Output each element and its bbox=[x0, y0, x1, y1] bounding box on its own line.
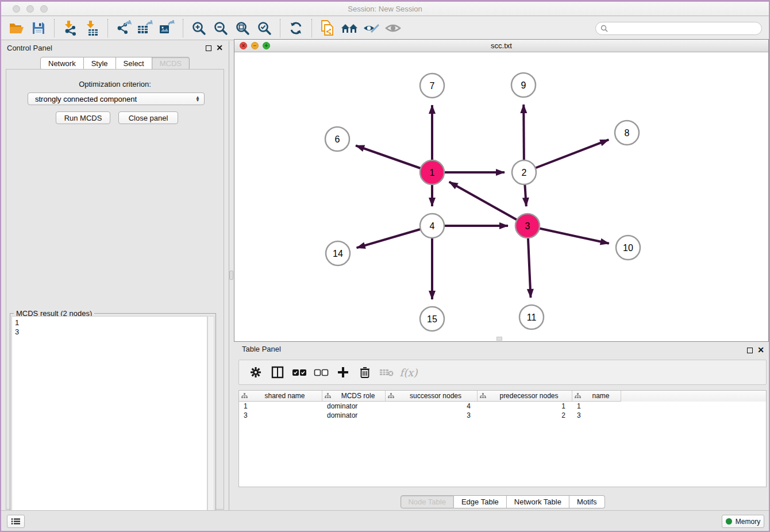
table-cell[interactable]: 4 bbox=[386, 402, 478, 411]
node-table: shared nameMCDS rolesuccessor nodesprede… bbox=[238, 390, 767, 487]
network-maximize-button[interactable]: + bbox=[263, 42, 270, 49]
attribute-type-icon bbox=[325, 393, 331, 399]
table-cell[interactable]: dominator bbox=[322, 411, 386, 420]
node-label-2: 2 bbox=[522, 168, 527, 178]
mcds-result-scrollbar[interactable] bbox=[207, 316, 214, 527]
first-neighbors-icon[interactable] bbox=[340, 19, 359, 37]
table-row[interactable]: 3dominator323 bbox=[239, 411, 766, 420]
panel-divider-grip[interactable] bbox=[229, 271, 233, 280]
add-row-icon[interactable] bbox=[334, 364, 352, 381]
close-panel-label: Close panel bbox=[129, 114, 168, 122]
canvas-scrollbar-handle[interactable] bbox=[496, 337, 502, 341]
titlebar: Session: New Session bbox=[1, 2, 769, 16]
search-input[interactable] bbox=[611, 24, 757, 32]
deselect-all-checkboxes-icon[interactable] bbox=[313, 364, 330, 381]
attribute-type-icon bbox=[241, 393, 248, 399]
table-panel-float-icon[interactable] bbox=[747, 348, 753, 353]
tab-select[interactable]: Select bbox=[116, 57, 152, 70]
column-header-name[interactable]: name bbox=[572, 391, 621, 402]
table-row[interactable]: 1dominator411 bbox=[239, 402, 766, 411]
clone-network-icon[interactable] bbox=[318, 19, 337, 37]
task-history-button[interactable] bbox=[7, 515, 25, 528]
network-minimize-button[interactable]: − bbox=[251, 42, 259, 49]
table-cell[interactable]: 3 bbox=[572, 411, 621, 420]
hide-selected-icon[interactable] bbox=[362, 19, 380, 37]
window-minimize-button[interactable] bbox=[26, 5, 34, 13]
export-network-icon[interactable] bbox=[114, 19, 133, 37]
table-cell[interactable]: 3 bbox=[239, 411, 322, 420]
refresh-layout-icon[interactable] bbox=[287, 19, 305, 37]
edge-2-8[interactable] bbox=[524, 140, 609, 172]
table-cell[interactable]: 2 bbox=[478, 411, 572, 420]
zoom-in-icon[interactable] bbox=[190, 19, 208, 37]
table-cell[interactable]: 1 bbox=[572, 402, 621, 411]
network-canvas[interactable]: 7968124314101511 bbox=[234, 52, 768, 341]
column-header-MCDS-role[interactable]: MCDS role bbox=[322, 391, 386, 402]
window-close-button[interactable] bbox=[13, 5, 20, 13]
select-all-checkboxes-icon[interactable] bbox=[291, 364, 308, 381]
toolbar-separator bbox=[107, 19, 108, 37]
delete-table-icon[interactable] bbox=[378, 364, 395, 381]
list-icon bbox=[11, 518, 21, 525]
attribute-type-icon bbox=[388, 393, 394, 399]
table-cell[interactable]: 1 bbox=[478, 402, 572, 411]
window-title: Session: New Session bbox=[1, 2, 769, 16]
column-header-predecessor-nodes[interactable]: predecessor nodes bbox=[478, 391, 572, 402]
function-builder-icon[interactable]: f(x) bbox=[400, 364, 417, 381]
table-panel: Table Panel ✕ f(x) shared nameMCDS roles… bbox=[234, 342, 770, 513]
attribute-type-icon bbox=[480, 393, 486, 399]
tab-network-table[interactable]: Network Table bbox=[507, 495, 569, 508]
table-panel-close-icon[interactable]: ✕ bbox=[757, 345, 764, 354]
run-mcds-button[interactable]: Run MCDS bbox=[56, 111, 110, 124]
network-window-title: scc.txt bbox=[234, 40, 768, 52]
tab-node-table[interactable]: Node Table bbox=[400, 495, 454, 508]
table-cell[interactable]: dominator bbox=[322, 402, 386, 411]
split-columns-icon[interactable] bbox=[269, 364, 286, 381]
zoom-out-icon[interactable] bbox=[211, 19, 230, 37]
export-image-icon[interactable] bbox=[158, 19, 176, 37]
tab-mcds[interactable]: MCDS bbox=[152, 57, 190, 70]
network-close-button[interactable]: × bbox=[240, 42, 247, 49]
save-session-icon[interactable] bbox=[29, 19, 48, 37]
import-network-icon[interactable] bbox=[61, 19, 79, 37]
close-panel-button[interactable]: Close panel bbox=[118, 111, 178, 124]
node-label-7: 7 bbox=[430, 81, 435, 91]
search-field[interactable] bbox=[595, 22, 762, 35]
network-window-titlebar[interactable]: × − + scc.txt bbox=[234, 40, 768, 52]
chevron-up-down-icon: ▲▼ bbox=[195, 96, 200, 102]
column-label: predecessor nodes bbox=[486, 392, 572, 400]
tab-style[interactable]: Style bbox=[84, 57, 116, 70]
table-cell[interactable]: 3 bbox=[386, 411, 478, 420]
edge-3-1[interactable] bbox=[449, 182, 528, 226]
column-label: successor nodes bbox=[394, 392, 477, 400]
tab-edge-table[interactable]: Edge Table bbox=[454, 495, 507, 508]
trash-icon[interactable] bbox=[356, 364, 374, 381]
column-header-successor-nodes[interactable]: successor nodes bbox=[386, 391, 478, 402]
table-panel-title: Table Panel bbox=[242, 345, 281, 353]
tab-motifs[interactable]: Motifs bbox=[569, 495, 605, 508]
table-cell[interactable]: 1 bbox=[239, 402, 322, 411]
status-bar: Memory bbox=[1, 510, 769, 531]
mcds-panel: Optimization criterion: strongly connect… bbox=[6, 69, 224, 510]
mcds-result-text[interactable]: 1 3 bbox=[11, 316, 207, 527]
criterion-dropdown[interactable]: strongly connected component ▲▼ bbox=[28, 92, 205, 105]
import-table-icon[interactable] bbox=[83, 19, 101, 37]
column-header-shared-name[interactable]: shared name bbox=[239, 391, 322, 402]
window-zoom-button[interactable] bbox=[40, 5, 48, 13]
table-body: 1dominator4113dominator323 bbox=[239, 402, 766, 420]
memory-status-icon bbox=[726, 518, 732, 525]
control-panel-close-icon[interactable]: ✕ bbox=[216, 43, 223, 52]
node-label-3: 3 bbox=[525, 221, 530, 231]
zoom-selected-icon[interactable] bbox=[255, 19, 274, 37]
show-all-icon[interactable] bbox=[384, 19, 402, 37]
open-session-icon[interactable] bbox=[7, 19, 26, 37]
node-label-4: 4 bbox=[430, 221, 435, 231]
memory-button[interactable]: Memory bbox=[722, 515, 764, 528]
control-panel-float-icon[interactable] bbox=[206, 45, 211, 51]
zoom-fit-icon[interactable] bbox=[233, 19, 252, 37]
tab-network[interactable]: Network bbox=[40, 57, 84, 70]
export-table-icon[interactable] bbox=[136, 19, 155, 37]
column-label: shared name bbox=[248, 392, 322, 400]
gear-icon[interactable] bbox=[247, 364, 264, 381]
network-graph[interactable]: 7968124314101511 bbox=[234, 52, 768, 341]
